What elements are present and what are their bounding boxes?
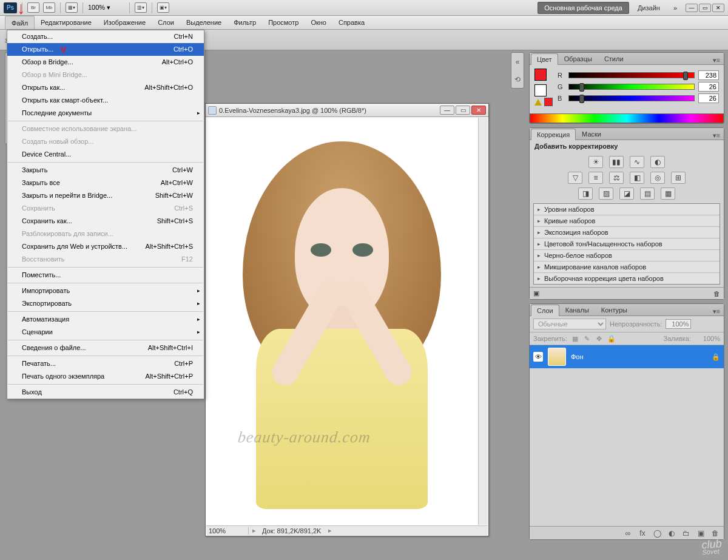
lock-pixels-icon[interactable]: ✎ [583,334,592,343]
adjustment-preset-item[interactable]: Выборочная коррекция цвета наборов [534,273,720,284]
menu-window[interactable]: Окно [305,16,332,29]
maximize-button[interactable]: ▭ [699,4,711,12]
balance-icon[interactable]: ⚖ [609,172,624,184]
tab-styles[interactable]: Стили [598,53,630,64]
arrange-documents-button[interactable]: ▥▾ [135,2,147,13]
menu-edit[interactable]: Редактирование [35,16,98,29]
tab-layers[interactable]: Слои [531,305,559,316]
file-menu-item[interactable]: Печать одного экземпляраAlt+Shift+Ctrl+P [7,370,204,383]
doc-maximize-button[interactable]: ▭ [456,106,470,115]
workspace-more-icon[interactable]: » [669,4,682,12]
document-vscrollbar[interactable] [478,118,488,525]
panel-menu-icon[interactable]: ▾≡ [709,132,724,140]
lock-transparency-icon[interactable]: ▦ [571,334,579,343]
menu-help[interactable]: Справка [332,16,371,29]
tab-paths[interactable]: Контуры [595,304,633,315]
status-docsize[interactable]: Док: 891,2K/891,2K [258,527,325,535]
color-slider-track[interactable] [568,84,695,90]
file-menu-item[interactable]: ЗакрытьCtrl+W [7,164,204,177]
minibridge-button[interactable]: Mb [43,2,55,13]
file-menu-item[interactable]: Открыть как...Alt+Shift+Ctrl+O [7,81,204,94]
layer-name[interactable]: Фон [571,353,584,360]
gamut-warning-icon[interactable] [534,99,542,106]
panel-menu-icon[interactable]: ▾≡ [709,56,724,64]
history-icon[interactable]: ⟲ [514,75,521,84]
tab-swatches[interactable]: Образцы [558,53,598,64]
invert-icon[interactable]: ◨ [578,187,593,200]
layer-style-icon[interactable]: fx [638,528,647,538]
adjustment-preset-item[interactable]: Черно-белое наборов [534,250,720,261]
gamut-color-icon[interactable] [544,98,553,106]
layer-group-icon[interactable]: 🗀 [681,528,691,538]
document-canvas[interactable]: beauty-around.com [206,118,477,525]
new-layer-icon[interactable]: ▣ [696,528,706,538]
doc-close-button[interactable]: ✕ [471,106,486,115]
view-extras-button[interactable]: ▦▾ [66,2,78,13]
adjustment-preset-item[interactable]: Микширование каналов наборов [534,261,720,273]
color-spectrum[interactable] [530,113,724,123]
file-menu-item[interactable]: Последние документы [7,107,204,120]
layer-opacity-value[interactable]: 100% [666,319,691,329]
file-menu-item[interactable]: ВыходCtrl+Q [7,386,204,399]
layer-thumbnail[interactable] [548,348,566,366]
screen-mode-button[interactable]: ▣▾ [157,2,169,13]
file-menu-item[interactable]: Импортировать [7,285,204,297]
file-menu-item[interactable]: Обзор в Bridge...Alt+Ctrl+O [7,56,204,69]
file-menu-item[interactable]: Сценарии [7,326,204,339]
file-menu-item[interactable]: Закрыть и перейти в Bridge...Shift+Ctrl+… [7,189,204,202]
doc-minimize-button[interactable]: — [440,106,454,115]
layer-mask-icon[interactable]: ◯ [652,528,662,538]
menu-view[interactable]: Просмотр [262,16,305,29]
adjustment-preset-item[interactable]: Экспозиция наборов [534,227,720,238]
menu-select[interactable]: Выделение [180,16,228,29]
menu-filter[interactable]: Фильтр [228,16,262,29]
curves-icon[interactable]: ∿ [630,156,644,168]
workspace-button[interactable]: Основная рабочая среда [538,2,629,14]
tab-channels[interactable]: Каналы [559,304,595,315]
levels-icon[interactable]: ▮▮ [609,156,624,168]
tab-masks[interactable]: Маски [576,128,607,140]
layer-visibility-icon[interactable]: 👁 [533,352,543,362]
color-foreground-swatch[interactable] [534,69,547,81]
file-menu-item[interactable]: Сохранить для Web и устройств...Alt+Shif… [7,240,204,253]
file-menu-item[interactable]: Экспортировать [7,297,204,310]
file-menu-item[interactable]: Сведения о файле...Alt+Shift+Ctrl+I [7,342,204,354]
minimize-button[interactable]: — [686,4,698,12]
file-menu-item[interactable]: Закрыть всеAlt+Ctrl+W [7,177,204,189]
preset-expand-icon[interactable]: ▣ [533,289,539,297]
tab-color[interactable]: Цвет [531,53,558,65]
hue-icon[interactable]: ≡ [588,172,603,184]
gradient-map-icon[interactable]: ▤ [640,187,655,200]
file-menu-item[interactable]: Создать...Ctrl+N [7,30,204,43]
brightness-icon[interactable]: ☀ [588,156,603,168]
blend-mode-select[interactable]: Обычные [533,319,606,329]
color-background-swatch[interactable] [534,84,547,96]
delete-layer-icon[interactable]: 🗑 [710,528,720,538]
expand-dock-icon[interactable]: « [516,58,520,66]
zoom-level[interactable]: 100% ▾ [88,4,124,12]
layer-row[interactable]: 👁 Фон 🔒 [530,345,724,368]
color-value[interactable]: 26 [698,82,719,92]
lock-position-icon[interactable]: ✥ [595,334,604,343]
bw-icon[interactable]: ◧ [630,172,644,184]
adjustment-preset-item[interactable]: Цветовой тон/Насыщенность наборов [534,238,720,250]
channel-mixer-icon[interactable]: ⊞ [671,172,686,184]
adjustment-preset-item[interactable]: Кривые наборов [534,215,720,227]
color-value[interactable]: 238 [698,70,719,80]
adjustment-layer-icon[interactable]: ◐ [667,528,676,538]
threshold-icon[interactable]: ◪ [619,187,634,200]
bridge-button[interactable]: Br [27,2,39,13]
file-menu-item[interactable]: Device Central... [7,148,204,161]
color-value[interactable]: 26 [698,93,719,103]
file-menu-item[interactable]: Автоматизация [7,313,204,326]
vibrance-icon[interactable]: ▽ [568,172,582,184]
link-layers-icon[interactable]: ∞ [623,528,633,538]
close-button[interactable]: ✕ [712,4,724,12]
file-menu-item[interactable]: Открыть...Ctrl+O [7,43,204,56]
exposure-icon[interactable]: ◐ [650,156,665,168]
menu-layer[interactable]: Слои [152,16,180,29]
collapsed-dock[interactable]: « ⟲ [511,52,524,89]
status-zoom[interactable]: 100% [206,527,249,535]
color-slider-track[interactable] [568,95,695,101]
adjustment-preset-item[interactable]: Уровни наборов [534,204,720,215]
